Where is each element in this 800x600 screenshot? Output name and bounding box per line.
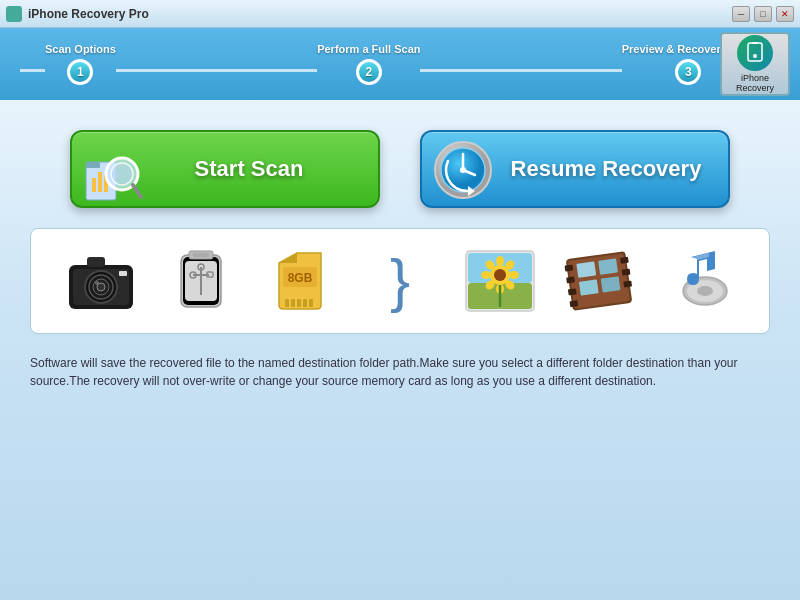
svg-rect-59: [567, 276, 576, 283]
svg-rect-65: [577, 261, 597, 277]
resume-icon: [432, 139, 492, 199]
music-icon-item: [654, 241, 744, 321]
usb-drive-icon-item: [156, 241, 246, 321]
connector-2-3: [420, 69, 621, 72]
svg-rect-38: [297, 299, 301, 307]
connector-1-2: [116, 69, 317, 72]
svg-point-49: [509, 271, 519, 279]
svg-point-2: [753, 54, 757, 58]
app-icon: [6, 6, 22, 22]
svg-point-46: [494, 269, 506, 281]
step-1: Scan Options 1: [45, 43, 116, 85]
step-2-circle: 2: [356, 59, 382, 85]
svg-rect-4: [86, 162, 100, 168]
svg-rect-67: [579, 279, 599, 295]
step-3-circle: 3: [675, 59, 701, 85]
svg-rect-64: [624, 281, 633, 288]
start-scan-button[interactable]: Start Scan: [70, 130, 380, 208]
step-bar: Scan Options 1 Perform a Full Scan 2 Pre…: [0, 28, 800, 100]
logo-box: iPhone Recovery: [720, 32, 790, 96]
bottom-text: Software will save the recovered file to…: [30, 354, 770, 390]
svg-point-47: [496, 256, 504, 266]
svg-rect-61: [570, 300, 579, 307]
maximize-button[interactable]: □: [754, 6, 772, 22]
svg-rect-58: [565, 265, 574, 272]
start-scan-label: Start Scan: [150, 156, 348, 182]
svg-point-9: [111, 163, 133, 185]
app-title: iPhone Recovery Pro: [28, 7, 149, 21]
svg-line-10: [133, 185, 141, 197]
logo-text: iPhone Recovery: [736, 73, 774, 93]
svg-rect-6: [98, 172, 102, 192]
brace-separator: }: [355, 241, 445, 321]
steps-row: Scan Options 1 Perform a Full Scan 2 Pre…: [20, 43, 780, 85]
step-2-label: Perform a Full Scan: [317, 43, 420, 55]
svg-rect-21: [87, 257, 105, 267]
svg-rect-36: [285, 299, 289, 307]
resume-recovery-label: Resume Recovery: [504, 156, 708, 182]
svg-rect-33: [193, 253, 209, 257]
svg-rect-66: [599, 258, 619, 274]
film-icon-item: [554, 241, 644, 321]
svg-rect-62: [620, 257, 629, 264]
photo-icon-item: [455, 241, 545, 321]
title-bar-left: iPhone Recovery Pro: [6, 6, 149, 22]
title-bar: iPhone Recovery Pro ─ □ ✕: [0, 0, 800, 28]
svg-rect-1: [752, 42, 758, 44]
step-2: Perform a Full Scan 2: [317, 43, 420, 85]
svg-rect-63: [622, 269, 631, 276]
minimize-button[interactable]: ─: [732, 6, 750, 22]
step-1-circle: 1: [67, 59, 93, 85]
window-controls: ─ □ ✕: [732, 6, 794, 22]
camera-icon-item: [56, 241, 146, 321]
svg-text:8GB: 8GB: [288, 271, 313, 285]
svg-rect-39: [303, 299, 307, 307]
svg-rect-37: [291, 299, 295, 307]
logo-icon: [737, 35, 773, 71]
svg-rect-22: [119, 271, 127, 276]
svg-rect-60: [568, 288, 577, 295]
svg-point-71: [697, 286, 713, 296]
action-buttons: Start Scan: [30, 130, 770, 208]
svg-rect-0: [748, 43, 762, 61]
feature-icons-box: 8GB }: [30, 228, 770, 334]
svg-rect-5: [92, 178, 96, 192]
svg-point-14: [460, 167, 466, 173]
step-1-label: Scan Options: [45, 43, 116, 55]
scan-icon: [78, 142, 138, 202]
svg-rect-68: [601, 276, 621, 292]
sd-card-icon-item: 8GB: [255, 241, 345, 321]
svg-point-23: [97, 283, 105, 291]
pre-connector: [20, 69, 45, 72]
resume-recovery-button[interactable]: Resume Recovery: [420, 130, 730, 208]
close-button[interactable]: ✕: [776, 6, 794, 22]
svg-rect-40: [309, 299, 313, 307]
svg-point-53: [481, 271, 491, 279]
main-content: Start Scan: [0, 100, 800, 600]
